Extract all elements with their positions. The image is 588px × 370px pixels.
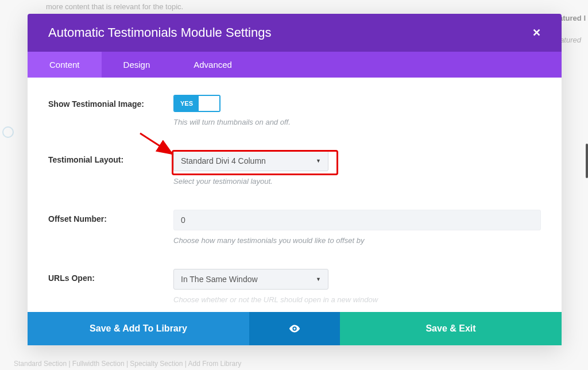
preview-button[interactable] <box>249 312 340 345</box>
tab-design[interactable]: Design <box>102 52 172 78</box>
background-text-top: more content that is relevant for the to… <box>46 2 183 11</box>
toggle-yes-label: YES <box>175 96 199 111</box>
select-layout-value: Standard Divi 4 Column <box>181 156 266 165</box>
label-layout: Testimonial Layout: <box>48 151 173 164</box>
label-offset: Offset Number: <box>48 210 173 223</box>
help-layout: Select your testimonial layout. <box>173 177 541 186</box>
page-scrollbar-thumb[interactable] <box>586 144 588 178</box>
background-circle-decoration <box>2 126 14 138</box>
modal-header: Automatic Testimonials Module Settings ✕ <box>28 14 562 52</box>
help-offset: Choose how many testimonials you would l… <box>173 236 541 245</box>
save-add-library-button[interactable]: Save & Add To Library <box>28 312 249 345</box>
setting-layout: Testimonial Layout: Standard Divi 4 Colu… <box>48 151 541 186</box>
chevron-down-icon: ▼ <box>316 276 321 282</box>
background-footer-links: Standard Section | Fullwidth Section | S… <box>14 360 241 368</box>
help-urls-open: Choose whether or not the URL should ope… <box>173 295 541 304</box>
help-show-image: This will turn thumbnails on and off. <box>173 118 541 126</box>
select-urls-open[interactable]: In The Same Window ▼ <box>173 269 328 290</box>
toggle-handle <box>199 96 219 111</box>
tab-content[interactable]: Content <box>28 52 102 78</box>
input-offset[interactable] <box>173 210 541 230</box>
select-urls-open-value: In The Same Window <box>181 275 258 284</box>
modal-tab-bar: Content Design Advanced <box>28 52 562 78</box>
modal-title: Automatic Testimonials Module Settings <box>48 25 271 40</box>
setting-urls-open: URLs Open: In The Same Window ▼ Choose w… <box>48 269 541 304</box>
modal-body: Show Testimonial Image: YES This will tu… <box>28 78 562 312</box>
chevron-down-icon: ▼ <box>316 158 321 164</box>
setting-offset: Offset Number: Choose how many testimoni… <box>48 210 541 245</box>
setting-show-image: Show Testimonial Image: YES This will tu… <box>48 95 541 126</box>
select-layout[interactable]: Standard Divi 4 Column ▼ <box>173 151 328 171</box>
label-show-image: Show Testimonial Image: <box>48 95 173 109</box>
save-exit-button[interactable]: Save & Exit <box>340 312 562 345</box>
settings-modal: Automatic Testimonials Module Settings ✕… <box>28 14 562 345</box>
eye-icon <box>288 322 301 335</box>
tab-advanced[interactable]: Advanced <box>172 52 254 78</box>
label-urls-open: URLs Open: <box>48 269 173 283</box>
close-icon[interactable]: ✕ <box>532 26 541 39</box>
modal-footer: Save & Add To Library Save & Exit <box>28 312 562 345</box>
toggle-show-image[interactable]: YES <box>173 95 220 112</box>
